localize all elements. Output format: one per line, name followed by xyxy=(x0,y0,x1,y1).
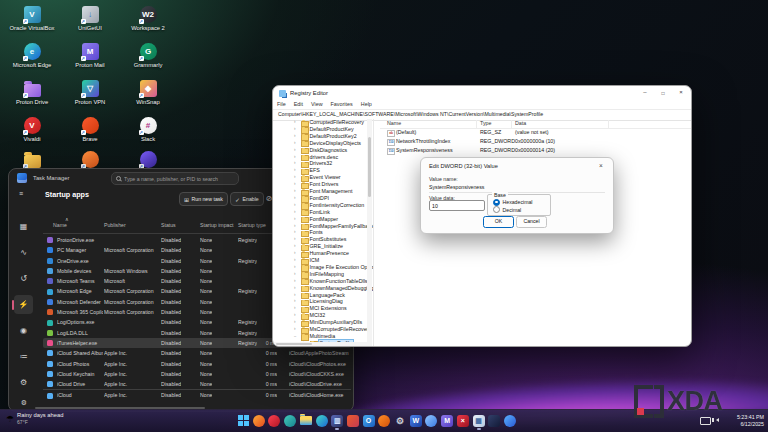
taskbar-edge-icon[interactable] xyxy=(315,414,329,428)
chevron-collapsed-icon[interactable]: › xyxy=(294,195,296,202)
chevron-collapsed-icon[interactable]: › xyxy=(294,292,296,299)
chevron-collapsed-icon[interactable]: › xyxy=(294,236,296,243)
chevron-collapsed-icon[interactable]: › xyxy=(294,223,296,230)
run-new-task-button[interactable]: ⊞ Run new task xyxy=(179,192,228,206)
taskbar-office-icon[interactable] xyxy=(346,414,360,428)
desktop-icon-brave[interactable]: ↗Brave xyxy=(62,117,118,142)
tm-nav-startup-apps[interactable]: ⚡ xyxy=(14,295,33,314)
chevron-collapsed-icon[interactable]: › xyxy=(294,126,296,133)
desktop-icon-virtualbox[interactable]: V↗Oracle VirtualBox xyxy=(4,6,60,31)
value-data-field[interactable] xyxy=(429,200,485,211)
taskbar-registry-editor-icon[interactable]: ▦ xyxy=(472,414,486,428)
chevron-collapsed-icon[interactable]: › xyxy=(294,167,296,174)
radio-unselected-icon[interactable] xyxy=(493,206,500,213)
close-button[interactable]: × xyxy=(675,89,687,95)
desktop-icon-vivaldi[interactable]: V↗Vivaldi xyxy=(4,117,60,142)
column-startup-impact[interactable]: Startup impact xyxy=(200,222,233,228)
chevron-collapsed-icon[interactable]: › xyxy=(294,312,296,319)
taskbar-settings-icon[interactable]: ⚙ xyxy=(393,414,407,428)
enable-button[interactable]: ✓ Enable xyxy=(230,192,264,206)
chevron-collapsed-icon[interactable]: › xyxy=(294,285,296,292)
chevron-collapsed-icon[interactable]: › xyxy=(294,278,296,285)
tm-nav-app-history[interactable]: ↺ xyxy=(14,269,33,288)
startup-app-row[interactable]: iCloudApple Inc.DisabledNone0 msiCloud\i… xyxy=(43,389,351,400)
dialog-close-icon[interactable]: × xyxy=(599,162,603,169)
taskbar-word-icon[interactable]: W xyxy=(409,414,423,428)
ok-button[interactable]: OK xyxy=(483,216,514,228)
taskbar-clock[interactable]: 5:23:41 PM 6/12/2025 xyxy=(737,414,764,428)
scrollbar-thumb[interactable] xyxy=(368,137,371,197)
desktop-icon-proton-drive[interactable]: ↗Proton Drive xyxy=(4,80,60,105)
chevron-collapsed-icon[interactable]: › xyxy=(294,174,296,181)
cancel-button[interactable]: Cancel xyxy=(516,216,547,228)
chevron-collapsed-icon[interactable]: › xyxy=(294,250,296,257)
tm-nav-performance[interactable]: ∿ xyxy=(14,243,33,262)
chevron-collapsed-icon[interactable]: › xyxy=(294,140,296,147)
desktop-icon-winsnap[interactable]: ◆↗WinSnap xyxy=(120,80,176,105)
column-publisher[interactable]: Publisher xyxy=(104,222,126,228)
startup-app-row[interactable]: iCloud Shared AlbumsApple Inc.DisabledNo… xyxy=(43,348,351,358)
registry-value-row[interactable]: ab(Default)REG_SZ(value not set) xyxy=(380,128,691,137)
tm-nav-services[interactable]: ⚙ xyxy=(14,373,33,392)
taskbar-file-explorer-icon[interactable] xyxy=(299,414,313,428)
menu-help[interactable]: Help xyxy=(357,100,376,107)
desktop-icon-proton-mail[interactable]: M↗Proton Mail xyxy=(62,43,118,68)
column-name[interactable]: Name xyxy=(53,222,67,228)
chevron-collapsed-icon[interactable]: › xyxy=(294,209,296,216)
taskbar-proton-mail-icon[interactable]: M xyxy=(440,414,454,428)
chevron-collapsed-icon[interactable]: › xyxy=(294,264,296,271)
chevron-collapsed-icon[interactable]: › xyxy=(294,257,296,264)
decimal-radio[interactable]: Decimal xyxy=(493,206,521,213)
tm-nav-processes[interactable]: ▦ xyxy=(14,217,33,236)
taskbar-start-icon[interactable] xyxy=(236,414,250,428)
tm-search-input[interactable] xyxy=(124,176,234,182)
taskbar-copilot-icon[interactable] xyxy=(424,414,438,428)
taskbar-firefox-icon[interactable] xyxy=(252,414,266,428)
chevron-collapsed-icon[interactable]: › xyxy=(294,243,296,250)
chevron-collapsed-icon[interactable]: › xyxy=(294,154,296,161)
values-column-type[interactable]: Type xyxy=(480,120,491,126)
minimize-button[interactable]: – xyxy=(639,89,651,95)
taskbar-game-app-icon[interactable] xyxy=(487,414,501,428)
chevron-collapsed-icon[interactable]: › xyxy=(294,298,296,305)
chevron-collapsed-icon[interactable]: › xyxy=(294,305,296,312)
desktop-icon-workspace-2[interactable]: W2↗Workspace 2 xyxy=(120,6,176,31)
chevron-collapsed-icon[interactable]: › xyxy=(294,271,296,278)
menu-file[interactable]: File xyxy=(273,100,290,107)
scrollbar-thumb[interactable] xyxy=(276,343,312,345)
chevron-collapsed-icon[interactable]: › xyxy=(294,229,296,236)
desktop-icon-grammarly[interactable]: G↗Grammarly xyxy=(120,43,176,68)
chevron-collapsed-icon[interactable]: › xyxy=(294,133,296,140)
menu-edit[interactable]: Edit xyxy=(290,100,307,107)
desktop-icon-proton-vpn[interactable]: ▽↗Proton VPN xyxy=(62,80,118,105)
taskbar-red-media-app-icon[interactable] xyxy=(267,414,281,428)
column-status[interactable]: Status xyxy=(161,222,176,228)
desktop-icon-ungetui[interactable]: ↓↗UniGetUI xyxy=(62,6,118,31)
reg-tree-horizontal-scrollbar[interactable] xyxy=(273,342,367,346)
chevron-collapsed-icon[interactable]: › xyxy=(294,319,296,326)
tm-search-box[interactable] xyxy=(111,172,239,185)
startup-app-row[interactable]: iCloud DriveApple Inc.DisabledNone0 msiC… xyxy=(43,379,351,389)
menu-icon[interactable]: ≡ xyxy=(19,190,23,197)
registry-value-row[interactable]: 110NetworkThrottlingIndexREG_DWORD0x0000… xyxy=(380,137,691,146)
tm-nav-details[interactable]: ≔ xyxy=(14,347,33,366)
startup-app-row[interactable]: iCloud PhotosApple Inc.DisabledNone0 msi… xyxy=(43,359,351,369)
tm-nav-users[interactable]: ◉ xyxy=(14,321,33,340)
chevron-collapsed-icon[interactable]: › xyxy=(294,188,296,195)
taskbar-shield-app-icon[interactable]: × xyxy=(456,414,470,428)
taskbar-photos-icon[interactable] xyxy=(503,414,517,428)
chevron-collapsed-icon[interactable]: › xyxy=(294,216,296,223)
network-icon[interactable] xyxy=(700,417,711,425)
taskbar-outlook-icon[interactable]: O xyxy=(362,414,376,428)
maximize-button[interactable]: □ xyxy=(657,90,669,96)
taskbar-task-manager-icon[interactable]: ▥ xyxy=(330,414,344,428)
weather-widget[interactable]: ☂ Rainy days ahead 67°F xyxy=(6,412,63,425)
taskbar-orange-ring-app-icon[interactable] xyxy=(377,414,391,428)
chevron-collapsed-icon[interactable]: › xyxy=(294,119,296,126)
chevron-collapsed-icon[interactable]: › xyxy=(294,147,296,154)
chevron-collapsed-icon[interactable]: › xyxy=(294,202,296,209)
registry-value-row[interactable]: 110SystemResponsivenessREG_DWORD0x000000… xyxy=(380,146,691,155)
values-column-name[interactable]: Name xyxy=(387,120,401,126)
reg-titlebar[interactable]: Registry Editor – □ × xyxy=(273,86,691,100)
desktop-icon-microsoft-edge[interactable]: e↗Microsoft Edge xyxy=(4,43,60,68)
